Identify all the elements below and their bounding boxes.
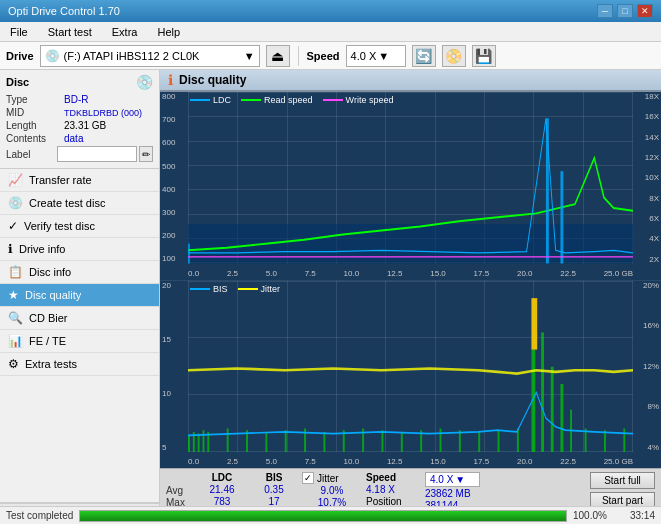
drive-info-icon: ℹ [8,242,13,256]
progress-bar-container [79,510,567,522]
main-layout: Disc 💿 Type BD-R MID TDKBLDRBD (000) Len… [0,70,661,524]
menu-start-test[interactable]: Start test [42,25,98,39]
type-label: Type [6,94,64,105]
max-position: 23862 MB [425,488,480,499]
svg-rect-0 [188,224,633,264]
toolbar-btn-1[interactable]: 🔄 [412,45,436,67]
drive-info-label: Drive info [19,243,65,255]
minimize-button[interactable]: ─ [597,4,613,18]
legend-bis: BIS [190,284,228,294]
svg-rect-34 [531,298,537,349]
svg-rect-3 [560,171,563,263]
eject-button[interactable]: ⏏ [266,45,290,67]
speed-label: Speed [307,50,340,62]
toolbar-btn-3[interactable]: 💾 [472,45,496,67]
start-buttons: Start full Start part [590,472,655,509]
ldc-header: LDC [198,472,246,483]
svg-rect-12 [265,431,267,452]
disc-mid-row: MID TDKBLDRBD (000) [6,107,153,118]
speed-value: 4.0 X [351,50,377,62]
toolbar-btn-2[interactable]: 📀 [442,45,466,67]
menu-help[interactable]: Help [151,25,186,39]
write-speed-label: Write speed [346,95,394,105]
disc-quality-header: ℹ Disc quality [160,70,661,92]
read-speed-color-dot [241,99,261,101]
start-full-button[interactable]: Start full [590,472,655,489]
chart-upper-legend: LDC Read speed Write speed [190,95,393,105]
maximize-button[interactable]: □ [617,4,633,18]
sidebar-item-disc-info[interactable]: 📋 Disc info [0,261,159,284]
type-value: BD-R [64,94,88,105]
label-input[interactable] [57,146,137,162]
bis-color-dot [190,288,210,290]
toolbar-separator [298,46,299,66]
speed-selector[interactable]: 4.0 X ▼ [346,45,406,67]
sidebar-item-fe-te[interactable]: 📊 FE / TE [0,330,159,353]
svg-rect-5 [188,435,190,452]
svg-rect-7 [198,433,200,452]
upper-x-axis: 0.0 2.5 5.0 7.5 10.0 12.5 15.0 17.5 20.0… [188,269,633,278]
create-test-disc-label: Create test disc [29,197,105,209]
jitter-label: Jitter [261,284,281,294]
fe-te-label: FE / TE [29,335,66,347]
svg-rect-19 [401,431,403,452]
disc-quality-label: Disc quality [25,289,81,301]
svg-rect-29 [560,383,563,452]
close-button[interactable]: ✕ [637,4,653,18]
cd-bier-label: CD Bier [29,312,68,324]
svg-rect-32 [604,430,606,452]
bis-header: BIS [250,472,298,483]
length-value: 23.31 GB [64,120,106,131]
svg-rect-13 [285,430,287,452]
drive-label: Drive [6,50,34,62]
bis-label: BIS [213,284,228,294]
svg-rect-15 [323,431,325,452]
lower-y-axis-right: 20% 16% 12% 8% 4% [643,281,659,453]
progress-percent: 100.0% [573,510,613,521]
avg-speed: 4.18 X [366,484,421,495]
label-edit-button[interactable]: ✏ [139,146,153,162]
content-area: ℹ Disc quality LDC Read speed [160,70,661,524]
menu-file[interactable]: File [4,25,34,39]
cd-bier-icon: 🔍 [8,311,23,325]
jitter-color-dot [238,288,258,290]
verify-test-disc-label: Verify test disc [24,220,95,232]
sidebar-item-drive-info[interactable]: ℹ Drive info [0,238,159,261]
lower-y-axis-left: 20 15 10 5 [162,281,171,453]
progress-time: 33:14 [619,510,655,521]
transfer-rate-icon: 📈 [8,173,23,187]
upper-y-axis-left: 800 700 600 500 400 300 200 100 [162,92,175,264]
avg-jitter: 9.0% [302,485,362,496]
sidebar-item-disc-quality[interactable]: ★ Disc quality [0,284,159,307]
menu-extra[interactable]: Extra [106,25,144,39]
upper-chart-svg [188,92,633,264]
drive-value: (F:) ATAPI iHBS112 2 CL0K [64,50,240,62]
jitter-checkbox-row[interactable]: ✓ Jitter [302,472,362,484]
drive-selector[interactable]: 💿 (F:) ATAPI iHBS112 2 CL0K ▼ [40,45,260,67]
svg-rect-18 [381,430,383,452]
sidebar-item-create-test-disc[interactable]: 💿 Create test disc [0,192,159,215]
legend-jitter: Jitter [238,284,281,294]
disc-quality-icon: ★ [8,288,19,302]
jitter-checkbox[interactable]: ✓ [302,472,314,484]
speed-dropdown[interactable]: 4.0 X ▼ [425,472,480,487]
speed-dropdown-arrow: ▼ [455,474,465,485]
status-text: Test completed [6,510,73,521]
avg-ldc: 21.46 [198,484,246,495]
sidebar: Disc 💿 Type BD-R MID TDKBLDRBD (000) Len… [0,70,160,524]
sidebar-item-extra-tests[interactable]: ⚙ Extra tests [0,353,159,376]
chart-container: LDC Read speed Write speed [160,92,661,468]
jitter-checkbox-label: Jitter [317,473,339,484]
svg-rect-27 [541,332,544,452]
ldc-label: LDC [213,95,231,105]
avg-label: Avg [166,485,194,496]
menu-bar: File Start test Extra Help [0,22,661,42]
ldc-color-dot [190,99,210,101]
sidebar-item-cd-bier[interactable]: 🔍 CD Bier [0,307,159,330]
extra-tests-icon: ⚙ [8,357,19,371]
sidebar-item-verify-test-disc[interactable]: ✓ Verify test disc [0,215,159,238]
svg-rect-23 [478,431,480,452]
disc-quality-title: Disc quality [179,73,246,87]
sidebar-item-transfer-rate[interactable]: 📈 Transfer rate [0,169,159,192]
write-speed-color-dot [323,99,343,101]
